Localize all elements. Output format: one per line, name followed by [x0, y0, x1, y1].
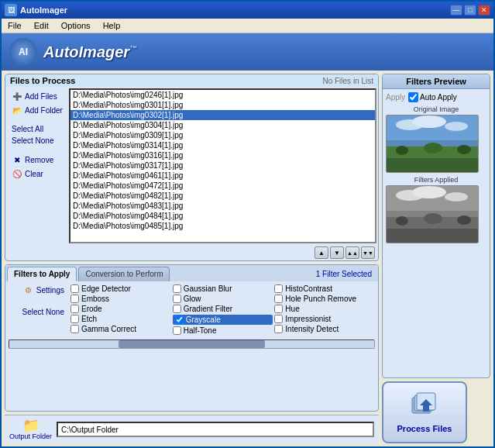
filter-emboss-checkbox[interactable]: [70, 295, 79, 303]
output-folder-label: Output Folder: [9, 432, 52, 440]
move-top-button[interactable]: ▲▲: [345, 246, 359, 259]
move-bottom-button[interactable]: ▼▼: [361, 246, 375, 259]
list-item[interactable]: D:\Media\Photos\img0304[1].jpg: [70, 120, 375, 130]
horizontal-scrollbar[interactable]: [9, 339, 375, 349]
filter-etch-checkbox[interactable]: [70, 315, 79, 323]
tabs-row: Filters to Apply Conversion to Perform 1…: [5, 265, 378, 281]
files-top-bar: Files to Process No Files in List: [5, 74, 378, 87]
svg-point-19: [457, 215, 471, 225]
process-files-icon: [409, 391, 440, 421]
original-image-svg: [387, 115, 479, 173]
add-folder-button[interactable]: 📂 Add Folder: [10, 104, 66, 116]
filters-preview-panel: Filters Preview Apply Auto Apply Origina…: [382, 74, 490, 378]
list-item[interactable]: D:\Media\Photos\img0314[1].jpg: [70, 140, 375, 150]
files-content: ➕ Add Files 📂 Add Folder Select All Se: [5, 87, 378, 245]
filter-histocontrast-checkbox[interactable]: [274, 284, 283, 293]
no-files-label: No Files in List: [322, 77, 373, 85]
filter-intensity-detect-checkbox[interactable]: [274, 325, 283, 333]
filter-hue: Hue: [274, 305, 375, 313]
add-folder-icon: 📂: [12, 105, 22, 115]
file-list-container[interactable]: D:\Media\Photos\img0246[1].jpg D:\Media\…: [69, 88, 376, 243]
filters-sidebar: ⚙ Settings Select None: [5, 281, 67, 338]
select-none-filters-button[interactable]: Select None: [22, 308, 64, 316]
close-button[interactable]: ✕: [478, 5, 490, 16]
filter-hue-checkbox[interactable]: [274, 305, 283, 313]
filters-preview-body: Apply Auto Apply Original Image: [383, 89, 490, 246]
filter-grayscale-checkbox[interactable]: [175, 315, 184, 324]
list-item[interactable]: D:\Media\Photos\img0309[1].jpg: [70, 130, 375, 140]
clear-icon: 🚫: [12, 168, 22, 179]
apply-row: Apply Auto Apply: [386, 92, 486, 102]
auto-apply-label: Auto Apply: [420, 93, 457, 102]
remove-button[interactable]: ✖ Remove: [10, 153, 66, 166]
add-files-button[interactable]: ➕ Add Files: [10, 90, 66, 102]
menu-edit[interactable]: Edit: [31, 20, 52, 31]
filter-gamma-correct-checkbox[interactable]: [70, 325, 79, 333]
main-content: Files to Process No Files in List ➕ Add …: [2, 71, 493, 446]
menu-options[interactable]: Options: [58, 20, 94, 31]
list-item[interactable]: D:\Media\Photos\img0483[1].jpg: [70, 201, 375, 211]
settings-button[interactable]: ⚙ Settings: [23, 284, 64, 295]
clear-button[interactable]: 🚫 Clear: [10, 167, 66, 180]
filter-edge-detector-checkbox[interactable]: [70, 284, 79, 293]
list-item[interactable]: D:\Media\Photos\img0482[1].jpg: [70, 191, 375, 201]
filter-col-1: Edge Detector Emboss Erode: [70, 284, 171, 335]
app-header: AI AutoImager™: [2, 33, 493, 71]
list-item[interactable]: D:\Media\Photos\img0302[1].jpg: [70, 110, 375, 120]
apply-link[interactable]: Apply: [386, 93, 405, 102]
output-folder-icon: 📁: [22, 419, 40, 432]
select-all-button[interactable]: Select All: [10, 124, 66, 134]
filter-hole-punch-remove-checkbox[interactable]: [274, 295, 283, 303]
process-files-label: Process Files: [397, 424, 452, 433]
title-bar-left: 🖼 AutoImager: [5, 4, 67, 16]
file-list: D:\Media\Photos\img0246[1].jpg D:\Media\…: [70, 90, 375, 231]
menu-file[interactable]: File: [5, 20, 25, 31]
auto-apply-checkbox[interactable]: [408, 92, 418, 102]
settings-icon: ⚙: [23, 284, 34, 295]
minimize-button[interactable]: —: [450, 5, 462, 16]
filter-erode-checkbox[interactable]: [70, 305, 79, 313]
list-item[interactable]: D:\Media\Photos\img0316[1].jpg: [70, 150, 375, 160]
tab-conversion[interactable]: Conversion to Perform: [78, 267, 170, 281]
filter-col-3: HistoContrast Hole Punch Remove Hue: [274, 284, 375, 335]
filter-impressionist-checkbox[interactable]: [274, 315, 283, 323]
svg-point-13: [445, 192, 468, 202]
filter-half-tone-checkbox[interactable]: [173, 326, 181, 335]
list-item[interactable]: D:\Media\Photos\img0484[1].jpg: [70, 211, 375, 221]
right-panel: Filters Preview Apply Auto Apply Origina…: [382, 74, 490, 443]
filter-gradient-filter-checkbox[interactable]: [173, 305, 181, 313]
list-item[interactable]: D:\Media\Photos\img0472[1].jpg: [70, 181, 375, 191]
list-item[interactable]: D:\Media\Photos\img0317[1].jpg: [70, 160, 375, 171]
tab-filters[interactable]: Filters to Apply: [7, 267, 77, 281]
list-item[interactable]: D:\Media\Photos\img0485[1].jpg: [70, 221, 375, 231]
filter-half-tone: Half-Tone: [173, 326, 273, 335]
files-panel-header: Files to Process: [10, 76, 75, 85]
output-path-input[interactable]: [57, 422, 374, 437]
move-up-button[interactable]: ▲: [315, 246, 328, 259]
menu-help[interactable]: Help: [100, 20, 124, 31]
title-bar: 🖼 AutoImager — □ ✕: [2, 2, 493, 19]
svg-point-9: [457, 145, 471, 154]
output-folder-button[interactable]: 📁 Output Folder: [9, 419, 52, 440]
files-sidebar: ➕ Add Files 📂 Add Folder Select All Se: [7, 88, 69, 243]
filter-impressionist: Impressionist: [274, 315, 375, 323]
filter-gaussian-blur-checkbox[interactable]: [173, 284, 181, 293]
list-item[interactable]: D:\Media\Photos\img0461[1].jpg: [70, 171, 375, 181]
add-files-icon: ➕: [12, 91, 22, 102]
filter-gradient-filter: Gradient Filter: [173, 305, 273, 313]
filter-gamma-correct: Gamma Correct: [70, 325, 171, 333]
menu-bar: File Edit Options Help: [2, 19, 493, 33]
move-down-button[interactable]: ▼: [330, 246, 344, 259]
svg-point-18: [424, 213, 442, 224]
original-image-section: Original Image: [386, 105, 486, 173]
process-files-button[interactable]: Process Files: [382, 381, 467, 443]
filter-emboss: Emboss: [70, 295, 171, 303]
maximize-button[interactable]: □: [464, 5, 476, 16]
svg-point-12: [412, 186, 446, 198]
filter-glow-checkbox[interactable]: [173, 295, 181, 303]
output-row: 📁 Output Folder: [5, 415, 379, 443]
select-none-files-button[interactable]: Select None: [10, 136, 66, 146]
list-item[interactable]: D:\Media\Photos\img0301[1].jpg: [70, 100, 375, 110]
svg-rect-6: [387, 158, 479, 173]
list-item[interactable]: D:\Media\Photos\img0246[1].jpg: [70, 90, 375, 100]
